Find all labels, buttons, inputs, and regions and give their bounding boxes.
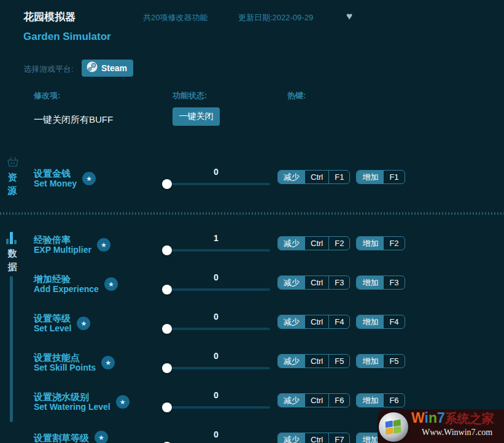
- platform-select-label: 选择游戏平台:: [23, 64, 74, 75]
- favorite-heart-icon[interactable]: ♥: [346, 10, 352, 23]
- watermark-brand: Win7系统之家: [411, 410, 494, 427]
- function-key: F4: [384, 315, 404, 328]
- row-label-cn: 设置金钱: [34, 168, 77, 179]
- decrease-hotkey-button[interactable]: 减少 Ctrl F7: [277, 433, 350, 443]
- close-all-buff-button[interactable]: 一键关闭: [173, 107, 220, 126]
- star-icon[interactable]: ★: [82, 172, 96, 185]
- function-key: F2: [328, 237, 349, 250]
- decrease-label: 减少: [278, 394, 305, 407]
- increase-label: 增加: [357, 394, 384, 407]
- row-label-cn: 设置等级: [34, 313, 71, 323]
- decrease-label: 减少: [278, 355, 305, 368]
- row-label-cn: 增加经验: [34, 274, 99, 284]
- decrease-hotkey-button[interactable]: 减少 Ctrl F4: [277, 315, 350, 329]
- update-date: 更新日期:2022-09-29: [238, 12, 313, 23]
- function-key: F1: [384, 171, 404, 183]
- brand-letter: n: [428, 410, 437, 426]
- function-key: F4: [328, 315, 349, 328]
- decrease-label: 减少: [278, 237, 305, 250]
- steam-platform-button[interactable]: Steam: [82, 60, 133, 77]
- value-slider-knob[interactable]: [162, 179, 172, 189]
- trainer-row-set-level: 设置等级 Set Level ★ 0 减少 Ctrl F4 增加 F4: [0, 312, 504, 340]
- decrease-hotkey-button[interactable]: 减少 Ctrl F3: [277, 275, 350, 290]
- trainer-row-add-experience: 增加经验 Add Experience ★ 0 减少 Ctrl F3 增加 F3: [0, 272, 504, 301]
- function-key: F5: [384, 355, 404, 368]
- value-slider-track[interactable]: [162, 288, 270, 291]
- trainer-row-exp-multiplier: 经验倍率 EXP Multiplier ★ 1 减少 Ctrl F2 增加 F2: [0, 233, 504, 261]
- steam-button-label: Steam: [101, 63, 127, 73]
- function-key: F6: [384, 394, 404, 407]
- sidebar-section-data[interactable]: 据: [5, 261, 20, 273]
- value-slider-track[interactable]: [162, 249, 270, 252]
- brand-suffix: 系统之家: [445, 412, 494, 425]
- steam-icon: [87, 61, 98, 75]
- value-slider-knob[interactable]: [162, 403, 172, 412]
- row-label-en: Set Level: [34, 323, 71, 334]
- trainer-window: 花园模拟器 共20项修改器功能 更新日期:2022-09-29 ♥ Garden…: [0, 0, 504, 443]
- decrease-hotkey-button[interactable]: 减少 Ctrl F1: [277, 170, 350, 184]
- star-icon[interactable]: ★: [104, 277, 118, 291]
- column-header-status: 功能状态:: [173, 90, 207, 101]
- value-slider-track[interactable]: [162, 328, 270, 330]
- value-slider-track[interactable]: [162, 183, 270, 185]
- row-label-en: EXP Multiplier: [34, 245, 91, 255]
- increase-hotkey-button[interactable]: 增加 F3: [356, 275, 405, 290]
- function-key: F3: [328, 276, 349, 289]
- star-icon[interactable]: ★: [95, 431, 108, 443]
- section-separator: [0, 212, 504, 215]
- star-icon[interactable]: ★: [116, 395, 130, 409]
- value-slider-knob[interactable]: [162, 324, 172, 334]
- increase-label: 增加: [357, 276, 384, 289]
- winwin7-watermark: Win7系统之家 Www.Winwin7.com: [378, 409, 504, 443]
- increase-label: 增加: [357, 237, 384, 250]
- value-slider-knob[interactable]: [162, 285, 172, 295]
- value-slider-knob[interactable]: [162, 363, 172, 373]
- increase-label: 增加: [357, 171, 384, 183]
- trainer-row-set-skill-points: 设置技能点 Set Skill Points ★ 0 减少 Ctrl F5 增加…: [0, 351, 504, 379]
- star-icon[interactable]: ★: [77, 317, 90, 330]
- value-slider-knob[interactable]: [162, 245, 172, 255]
- brand-letter: 7: [437, 410, 445, 426]
- row-label-cn: 设置浇水级别: [34, 391, 110, 402]
- function-key: F2: [384, 237, 404, 250]
- function-key: F6: [328, 394, 349, 407]
- function-key: F1: [328, 171, 349, 183]
- buff-row-label: 一键关闭所有BUFF: [34, 114, 113, 126]
- row-value: 0: [162, 430, 270, 439]
- modifier-key: Ctrl: [305, 433, 328, 443]
- modifier-key: Ctrl: [305, 355, 328, 368]
- function-key: F7: [328, 433, 349, 443]
- decrease-hotkey-button[interactable]: 减少 Ctrl F2: [277, 236, 350, 250]
- value-slider-track[interactable]: [162, 367, 270, 369]
- increase-hotkey-button[interactable]: 增加 F1: [356, 170, 405, 184]
- increase-hotkey-button[interactable]: 增加 F2: [356, 236, 405, 250]
- row-value: 0: [162, 272, 270, 282]
- increase-hotkey-button[interactable]: 增加 F5: [356, 354, 405, 368]
- decrease-hotkey-button[interactable]: 减少 Ctrl F6: [277, 393, 350, 407]
- row-label-en: Set Watering Level: [34, 402, 110, 412]
- modifier-key: Ctrl: [305, 276, 328, 289]
- decrease-hotkey-button[interactable]: 减少 Ctrl F5: [277, 354, 350, 368]
- column-header-hotkey: 热键:: [287, 90, 306, 101]
- app-title-chinese: 花园模拟器: [23, 10, 76, 24]
- increase-label: 增加: [357, 315, 384, 328]
- row-label-cn: 设置割草等级: [34, 433, 89, 443]
- row-value: 0: [162, 390, 270, 400]
- function-key: F5: [328, 355, 349, 368]
- decrease-label: 减少: [278, 315, 305, 328]
- decrease-label: 减少: [278, 171, 305, 183]
- column-header-modify: 修改项:: [34, 90, 60, 101]
- increase-label: 增加: [357, 355, 384, 368]
- row-label-cn: 经验倍率: [34, 234, 91, 245]
- modifier-key: Ctrl: [305, 315, 328, 328]
- modifier-key: Ctrl: [305, 171, 328, 183]
- increase-hotkey-button[interactable]: 增加 F4: [356, 315, 405, 329]
- star-icon[interactable]: ★: [97, 238, 110, 252]
- modifier-key: Ctrl: [305, 394, 328, 407]
- star-icon[interactable]: ★: [101, 356, 115, 369]
- increase-hotkey-button[interactable]: 增加 F6: [356, 393, 405, 407]
- function-key: F3: [384, 276, 404, 289]
- value-slider-track[interactable]: [162, 406, 270, 409]
- row-value: 1: [162, 233, 270, 243]
- row-label-en: Add Experience: [34, 284, 99, 295]
